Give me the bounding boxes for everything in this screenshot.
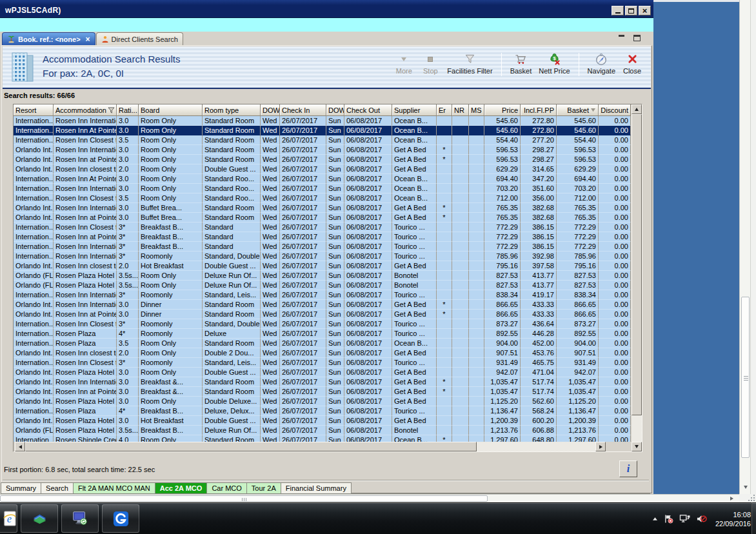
facilities-filter-button[interactable]: Facilities Filter [447, 52, 492, 75]
column-header-ms[interactable]: MS [469, 104, 484, 116]
navigate-button[interactable]: Navigate [588, 52, 615, 75]
table-row[interactable]: Orlando Int...Rosen Inn at Pointe ...3.0… [14, 310, 631, 319]
cell-accommodation: Rosen Inn at Pointe ... [54, 387, 117, 397]
table-row[interactable]: Internation...Rosen Inn International3*R… [14, 290, 631, 300]
column-header-discount[interactable]: Discount [599, 104, 631, 116]
minimize-button[interactable] [612, 6, 624, 15]
column-header-dow_out[interactable]: DOW [326, 104, 344, 116]
table-vertical-scrollbar[interactable] [632, 104, 642, 451]
title-bar[interactable]: wPJSL5CAdR) × [0, 0, 653, 18]
table-row[interactable]: Internation...Rosen Inn Internatio...3.0… [14, 116, 631, 126]
table-row[interactable]: Internation...Rosen Inn Closest to...3*R… [14, 358, 631, 368]
column-header-basket[interactable]: Basket [557, 104, 599, 116]
network-icon[interactable] [679, 514, 690, 524]
bottom-tab-flt-2a-man-mco-man[interactable]: Flt 2A MAN MCO MAN [73, 482, 155, 494]
collapse-pane-button[interactable] [616, 34, 626, 43]
table-row[interactable]: Orlando Int...Rosen Inn closest to ...2.… [14, 261, 631, 271]
table-row[interactable]: Orlando Int...Rosen Inn at Pointe ...3.0… [14, 213, 631, 222]
close-window-button[interactable]: × [639, 6, 651, 15]
column-header-price[interactable]: Price [484, 104, 521, 116]
table-row[interactable]: Orlando Int...Rosen Inn at Pointe ...3.0… [14, 155, 631, 164]
table-row[interactable]: Internation...Rosen Inn at Pointe ...3*B… [14, 232, 631, 242]
taskbar-button-remote-desktop-icon[interactable] [61, 504, 99, 533]
maximize-button[interactable] [625, 6, 637, 15]
table-row[interactable]: Internation...Rosen Inn At Pointe ...3.0… [14, 126, 631, 135]
hidden-icons-arrow[interactable] [652, 517, 658, 521]
bottom-tab-summary[interactable]: Summary [1, 482, 41, 494]
outer-horizontal-thumb[interactable] [0, 495, 488, 502]
column-header-supplier[interactable]: Supplier [392, 104, 437, 116]
column-header-resort[interactable]: Resort [14, 104, 54, 116]
taskbar-button-g-app-icon[interactable] [102, 504, 139, 533]
scroll-up-button[interactable] [632, 104, 642, 114]
taskbar-clock[interactable]: 16:08 22/09/2016 [713, 510, 751, 528]
column-header-accommodation[interactable]: Accommodation [54, 104, 117, 116]
table-row[interactable]: Orlando Int...Rosen Plaza Hotel3.0Hot Br… [14, 416, 631, 426]
table-row[interactable]: Internation...Rosen Inn Closest to...3*B… [14, 222, 631, 232]
table-row[interactable]: Internation...Rosen Inn At Pointe ...3.0… [14, 174, 631, 184]
table-row[interactable]: Internation...Rosen Plaza4*RoomonlyDelux… [14, 329, 631, 339]
basket-button[interactable]: Basket [510, 52, 532, 75]
outer-scroll-down-button[interactable] [741, 482, 750, 492]
bottom-tab-acc-2a-mco[interactable]: Acc 2A MCO [155, 482, 208, 494]
table-row[interactable]: Orlando Int...Rosen Inn Internatio...3.0… [14, 203, 631, 213]
table-row[interactable]: Orlando Int...Rosen Plaza Hotel3.0Room O… [14, 397, 631, 406]
column-header-board[interactable]: Board [139, 104, 203, 116]
table-horizontal-scrollbar[interactable] [15, 442, 606, 451]
window-resize-corner[interactable] [739, 494, 756, 502]
close-button[interactable]: Close [622, 52, 642, 75]
table-row[interactable]: Internation...Rosen Plaza3.5Room OnlySta… [14, 339, 631, 348]
table-row[interactable]: Orlando Int...Rosen Inn at Pointe ...3.0… [14, 387, 631, 397]
bottom-tab-financial-summary[interactable]: Financial Summary [281, 482, 352, 494]
outer-horizontal-scrollbar[interactable] [0, 494, 739, 502]
outer-scroll-right-button[interactable] [727, 495, 737, 502]
column-header-dow_in[interactable]: DOW [261, 104, 280, 116]
outer-vertical-thumb[interactable] [741, 297, 750, 458]
column-header-rating[interactable]: Rati... [117, 104, 139, 116]
action-center-flag-icon[interactable] [664, 514, 673, 524]
info-button[interactable]: i [619, 460, 637, 477]
table-row[interactable]: Internation...Rosen Inn Closest to...3.5… [14, 193, 631, 203]
table-row[interactable]: Orlando Int...Rosen Inn Internatio...3.0… [14, 145, 631, 155]
taskbar-button-layers-app-icon[interactable] [21, 504, 58, 533]
table-row[interactable]: Orlando (FL)Rosen Plaza Hotel3.5s...Room… [14, 281, 631, 290]
bottom-tab-car-mco[interactable]: Car MCO [206, 482, 246, 494]
vertical-scroll-thumb[interactable] [632, 114, 642, 415]
maximize-icon [628, 8, 634, 14]
table-row[interactable]: Internation...Rosen Plaza4*Breakfast B..… [14, 406, 631, 416]
restore-pane-button[interactable] [632, 34, 642, 43]
horizontal-scroll-thumb[interactable] [25, 442, 477, 451]
table-row[interactable]: Orlando Int...Rosen Inn closest to ...2.… [14, 164, 631, 174]
table-row[interactable]: Orlando Int...Rosen Plaza Hotel3.0Room O… [14, 368, 631, 377]
table-row[interactable]: Orlando (FL)Rosen Plaza Hotel3.5s...Room… [14, 271, 631, 281]
table-row[interactable]: Internation...Rosen Inn International3*R… [14, 252, 631, 261]
table-row[interactable]: Orlando (FL)Rosen Plaza Hotel3.5s...Brea… [14, 426, 631, 435]
table-row[interactable]: Orlando Int...Rosen Inn Internatio...3.0… [14, 300, 631, 310]
tab-book-ref-none[interactable]: Book. ref.: <none>× [2, 32, 95, 45]
table-row[interactable]: Internation...Rosen Shingle Creek4.0Room… [14, 435, 631, 442]
table-row[interactable]: Orlando Int...Rosen Inn closest to ...2.… [14, 348, 631, 358]
table-row[interactable]: Internation...Rosen Inn Closest to...3*R… [14, 319, 631, 329]
scroll-down-button[interactable] [632, 442, 642, 451]
outer-vertical-scrollbar[interactable] [739, 0, 750, 494]
table-row[interactable]: Internation...Rosen Inn Internatio...3.0… [14, 184, 631, 193]
close-tab-icon[interactable]: × [86, 35, 90, 43]
table-row[interactable]: Orlando Int...Rosen Inn Internatio...3.0… [14, 377, 631, 387]
column-header-room_type[interactable]: Room type [203, 104, 261, 116]
column-header-nr[interactable]: NR [452, 104, 469, 116]
tab-direct-clients-search[interactable]: Direct Clients Search [96, 32, 183, 45]
nett-price-button[interactable]: $Nett Price [539, 52, 570, 75]
scroll-right-button[interactable] [595, 442, 606, 451]
volume-muted-icon[interactable] [696, 514, 707, 524]
taskbar-button-ie-icon[interactable]: e [0, 504, 17, 533]
scroll-left-button[interactable] [15, 442, 25, 451]
bottom-tab-tour-2a[interactable]: Tour 2A [246, 482, 281, 494]
table-row[interactable]: Internation...Rosen Inn International3*B… [14, 242, 631, 252]
bottom-tab-search[interactable]: Search [41, 482, 74, 494]
column-header-incl_fl_pp[interactable]: Incl.Fl.PP [521, 104, 557, 116]
column-header-check_in[interactable]: Check In [280, 104, 326, 116]
show-desktop-button[interactable] [751, 502, 756, 534]
column-header-er[interactable]: Er [437, 104, 452, 116]
column-header-check_out[interactable]: Check Out [344, 104, 392, 116]
table-row[interactable]: Internation...Rosen Inn Closest to...3.5… [14, 135, 631, 145]
